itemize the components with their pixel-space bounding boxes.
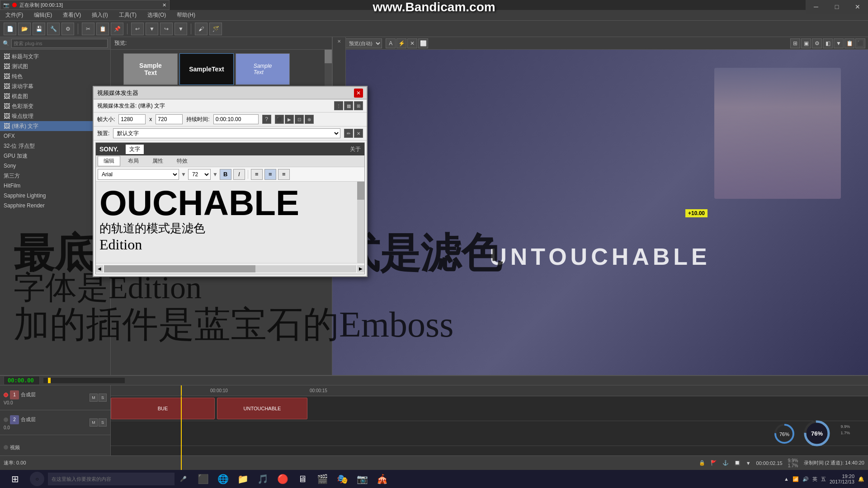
preset-select[interactable]: 默认文字	[113, 128, 340, 138]
taskbar-app-2[interactable]: 🔴	[274, 471, 292, 487]
close-left[interactable]: ✕	[337, 39, 341, 44]
preview-more-1[interactable]: ◧	[823, 38, 833, 48]
mic-icon[interactable]: 🎤	[180, 476, 187, 482]
menu-file[interactable]: 文件(F)	[4, 10, 25, 20]
redo-drop[interactable]: ▼	[175, 23, 187, 35]
taskbar-search[interactable]	[48, 473, 175, 485]
track-mute-2[interactable]: M	[90, 418, 98, 427]
media-btn-3[interactable]: ⊡	[295, 115, 304, 124]
preview-btn-2[interactable]: ⚡	[396, 38, 406, 48]
tb-btn-5[interactable]: ⚙	[61, 23, 74, 35]
taskbar-explorer[interactable]: 📁	[234, 471, 252, 487]
preview-settings[interactable]: ⚙	[812, 38, 822, 48]
duration-input[interactable]	[213, 114, 259, 124]
dialog-close-button[interactable]: ✕	[354, 89, 363, 98]
media-btn-1[interactable]: ⬛	[275, 115, 284, 124]
align-right[interactable]: ≡	[278, 169, 290, 180]
preset-btn-1[interactable]: ✏	[344, 129, 353, 138]
timeline-position-bar[interactable]	[43, 378, 125, 383]
align-center[interactable]: ≡	[264, 169, 276, 180]
redo-button[interactable]: ↪	[160, 23, 173, 35]
sony-tab-wenzi[interactable]: 文字	[126, 145, 144, 154]
preview-mode-select[interactable]: 预览(自动)	[345, 38, 382, 48]
preview-more-2[interactable]: ▼	[834, 38, 844, 48]
text-content-area[interactable]: OUCHABLE 的轨道的模式是滤色 Edition	[96, 182, 364, 257]
menu-insert[interactable]: 插入(I)	[90, 10, 109, 20]
tree-test[interactable]: 🖼 测试图	[0, 61, 110, 71]
close-button[interactable]: ✕	[847, 0, 868, 14]
taskbar-multitask[interactable]: ⬛	[194, 471, 212, 487]
duration-help[interactable]: ?	[262, 115, 271, 124]
preview-close[interactable]: ✕	[407, 38, 417, 48]
maximize-button[interactable]: □	[826, 0, 847, 14]
dialog-btn-1[interactable]: ⋮	[334, 101, 343, 110]
align-left[interactable]: ≡	[251, 169, 263, 180]
taskbar-app-6[interactable]: 📷	[353, 471, 371, 487]
zoom-fit[interactable]: ⊞	[790, 38, 800, 48]
tab-edit[interactable]: 编辑	[98, 156, 120, 166]
hscroll-thumb[interactable]	[104, 265, 255, 272]
undo-drop[interactable]: ▼	[146, 23, 158, 35]
new-button[interactable]: 📄	[4, 23, 16, 35]
track-solo-2[interactable]: S	[99, 418, 107, 427]
clip-untouchable[interactable]: UNTOUCHABLE	[217, 398, 307, 419]
sony-about[interactable]: 关于	[350, 145, 361, 153]
media-btn-4[interactable]: ⊕	[305, 115, 314, 124]
menu-tools[interactable]: 工具(T)	[117, 10, 138, 20]
italic-button[interactable]: I	[233, 169, 245, 180]
save-button[interactable]: 💾	[33, 23, 45, 35]
thumb-3[interactable]: SampleText	[236, 53, 290, 85]
tree-solid[interactable]: 🖼 纯色	[0, 71, 110, 81]
taskbar-app-4[interactable]: 🎬	[313, 471, 331, 487]
taskbar-ie[interactable]: 🌐	[214, 471, 232, 487]
tb-btn-4[interactable]: 🔧	[47, 23, 60, 35]
preset-btn-2[interactable]: ✕	[354, 129, 363, 138]
scroll-right-btn[interactable]: ▶	[357, 265, 364, 272]
font-select[interactable]: Arial	[98, 169, 179, 180]
thumb-1[interactable]: SampleText	[123, 53, 178, 85]
cut-button[interactable]: ✂	[82, 23, 94, 35]
media-btn-2[interactable]: ▶	[285, 115, 294, 124]
start-button[interactable]: ⊞	[4, 471, 26, 487]
copy-button[interactable]: 📋	[96, 23, 109, 35]
minimize-button[interactable]: ─	[806, 0, 826, 14]
taskbar-app-3[interactable]: 🖥	[293, 471, 311, 487]
editor-hscroll[interactable]	[104, 265, 356, 272]
preview-copy[interactable]: 📋	[844, 38, 854, 48]
bold-button[interactable]: B	[220, 169, 231, 180]
scroll-left-btn[interactable]: ◀	[96, 265, 103, 272]
clip-bue[interactable]: BUE	[111, 398, 215, 419]
plugin-search-input[interactable]	[11, 39, 108, 48]
editor-vscroll[interactable]	[357, 182, 364, 263]
tray-arrow[interactable]: ▲	[784, 476, 789, 482]
tab-props[interactable]: 属性	[146, 156, 169, 166]
height-input[interactable]	[156, 114, 183, 124]
split-view[interactable]: ▣	[801, 38, 811, 48]
recording-close[interactable]: ✕	[162, 2, 166, 8]
track-solo-1[interactable]: S	[99, 394, 107, 402]
taskbar-media[interactable]: 🎵	[254, 471, 272, 487]
font-size-select[interactable]: 72	[188, 169, 211, 180]
notification-icon[interactable]: 🔔	[858, 476, 864, 482]
dialog-btn-2[interactable]: ▦	[344, 101, 353, 110]
menu-edit[interactable]: 编辑(E)	[32, 10, 54, 20]
preview-btn-1[interactable]: A	[386, 38, 396, 48]
paste-button[interactable]: 📌	[111, 23, 123, 35]
wand-button[interactable]: 🪄	[209, 23, 222, 35]
thumb-2[interactable]: SampleText	[179, 53, 234, 85]
track-mute-1[interactable]: M	[90, 394, 98, 402]
tab-layout[interactable]: 布局	[122, 156, 145, 166]
taskbar-app-5[interactable]: 🎭	[333, 471, 351, 487]
menu-view[interactable]: 查看(V)	[61, 10, 83, 20]
tree-title-text[interactable]: 🖼 标题与文字	[0, 52, 110, 61]
paint-button[interactable]: 🖌	[195, 23, 208, 35]
undo-button[interactable]: ↩	[131, 23, 144, 35]
menu-options[interactable]: 选项(O)	[146, 10, 168, 20]
preview-more-3[interactable]: ⬛	[855, 38, 865, 48]
system-clock[interactable]: 19:20 2017/12/13	[830, 474, 854, 484]
width-input[interactable]	[118, 114, 146, 124]
search-circle[interactable]: ○	[30, 472, 44, 486]
menu-help[interactable]: 帮助(H)	[175, 10, 197, 20]
dialog-btn-3[interactable]: ⊞	[354, 101, 363, 110]
preview-btn-3[interactable]: ⬜	[418, 38, 428, 48]
